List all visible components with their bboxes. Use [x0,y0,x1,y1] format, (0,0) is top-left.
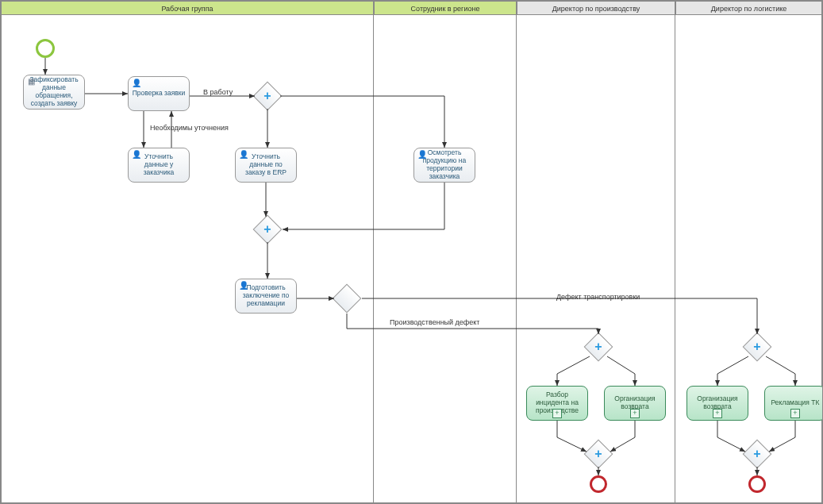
expand-marker-icon: + [630,409,640,418]
subprocess-tk-claim[interactable]: Рекламация ТК + [764,386,823,421]
subprocess-return-log[interactable]: Организация возврата + [686,386,748,421]
expand-marker-icon: + [713,409,722,418]
task-clarify-erp[interactable]: 👤 Уточнить данные по заказу в ERP [235,148,297,183]
lane-header-logistics: Директор по логистике [675,1,822,15]
task-prepare-conclusion[interactable]: 👤 Подготовить заключение по рекламации [235,279,297,314]
task-clarify-customer[interactable]: 👤 Уточнить данные у заказчика [128,148,190,183]
expand-marker-icon: + [790,409,800,418]
start-event[interactable] [36,39,55,58]
subprocess-label: Рекламация ТК [771,399,820,407]
task-check-request[interactable]: 👤 Проверка заявки [128,76,190,111]
task-icon: ▦ [27,77,35,85]
lane-header-workgroup: Рабочая группа [1,1,374,15]
user-icon: 👤 [239,150,247,158]
lane-header-region: Сотрудник в регионе [374,1,517,15]
edge-label-prod-defect: Производственный дефект [390,318,479,326]
task-label: Зафиксировать данные обращения, создать … [27,76,81,107]
lane-body-logistics [675,15,822,503]
end-event-prod[interactable] [590,475,607,493]
lane-body-region [374,15,517,503]
edge-label-work: В работу [203,88,233,96]
user-icon: 👤 [239,281,247,289]
user-icon: 👤 [417,150,425,158]
end-event-log[interactable] [748,475,766,493]
edge-label-transport-defect: Дефект транспортировки [556,293,640,301]
task-label: Проверка заявки [133,90,186,98]
subprocess-incident-analysis[interactable]: Разбор инцидента на производстве + [526,386,588,421]
subprocess-return-prod[interactable]: Организация возврата + [604,386,666,421]
user-icon: 👤 [132,150,140,158]
lane-header-production: Директор по производству [517,1,675,15]
edge-label-clarify: Необходимы уточнения [150,124,229,132]
task-inspect-product[interactable]: 👤 Осмотреть продукцию на территории зака… [413,148,475,183]
task-fix-request[interactable]: ▦ Зафиксировать данные обращения, создат… [23,75,85,110]
expand-marker-icon: + [552,409,562,418]
user-icon: 👤 [132,79,140,87]
bpmn-canvas: Рабочая группаСотрудник в регионеДиректо… [0,0,823,504]
lane-body-production [517,15,675,503]
